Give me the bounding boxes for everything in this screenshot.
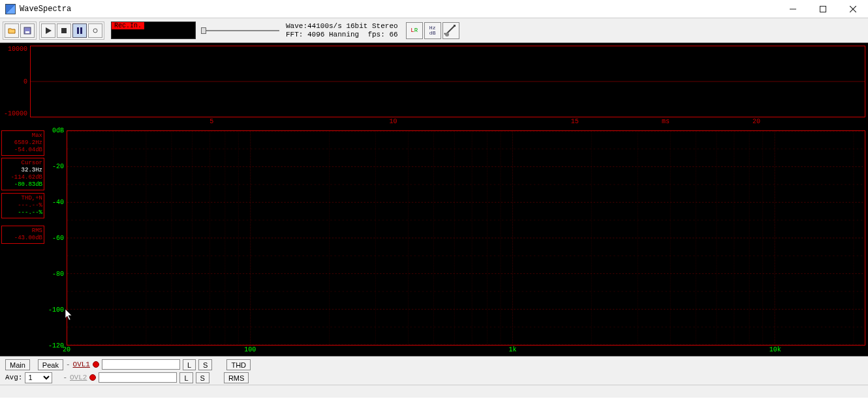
close-button[interactable] [838,0,868,18]
position-slider[interactable] [201,27,279,34]
transport-buttons [39,22,104,40]
titlebar: WaveSpectra [0,0,868,18]
open-button[interactable] [5,23,19,38]
pause-button[interactable] [72,23,87,38]
rms-box: RMS -43.00dB [1,226,44,244]
stop-button[interactable] [57,23,71,38]
svg-marker-6 [46,27,52,34]
hz-db-button[interactable]: HzdB [424,22,441,39]
spec-plot[interactable] [67,130,865,346]
stream-info: Wave:44100s/s 16bit Stereo FFT: 4096 Han… [286,22,398,39]
rec-indicator: Rec.In. [111,22,196,39]
spec-x-labels: 201001k10k [67,346,865,355]
max-box: Max 6589.2Hz -54.04dB [1,130,44,156]
spectrum-panel: Max 6589.2Hz -54.04dB Cursor 32.3Hz -114… [0,128,868,356]
rec-label: Rec.In. [112,22,144,29]
maximize-button[interactable] [808,0,838,18]
info-fft: FFT: 4096 Hanning fps: 66 [286,31,398,39]
svg-rect-9 [80,27,82,34]
wave-y-labels: 10000 0 -10000 [0,46,29,117]
toolbar: Rec.In. Wave:44100s/s 16bit Stereo FFT: … [0,18,868,43]
avg-select[interactable]: 1 [25,372,52,383]
window-title: WaveSpectra [20,5,71,14]
cursor-box: Cursor 32.3Hz -114.62dB -80.83dB [1,158,44,190]
loop-button[interactable] [88,23,102,38]
wave-x-labels: 5101520ms [30,118,865,126]
svg-rect-8 [77,27,79,34]
wave-plot[interactable] [30,46,865,117]
svg-point-10 [445,33,449,37]
main-button[interactable]: Main [5,359,30,370]
spec-y-labels: 0dB-20-40-60-80-100-120 [47,130,65,346]
settings-button[interactable] [442,22,459,39]
save-button[interactable] [20,23,35,38]
waveform-panel: 10000 0 -10000 5101520ms [0,43,868,128]
minimize-button[interactable] [778,0,808,18]
lr-button[interactable]: LR [406,22,423,39]
file-buttons [3,22,37,40]
svg-rect-7 [61,28,67,33]
svg-rect-5 [25,31,29,33]
app-icon [5,4,16,14]
svg-rect-1 [820,6,826,12]
avg-label: Avg: [5,374,22,381]
info-wave: Wave:44100s/s 16bit Stereo [286,22,398,31]
play-button[interactable] [41,23,55,38]
peak-button[interactable]: Peak [38,359,63,370]
thd-box: THD,+N ---.--% ---.--% [1,193,44,218]
